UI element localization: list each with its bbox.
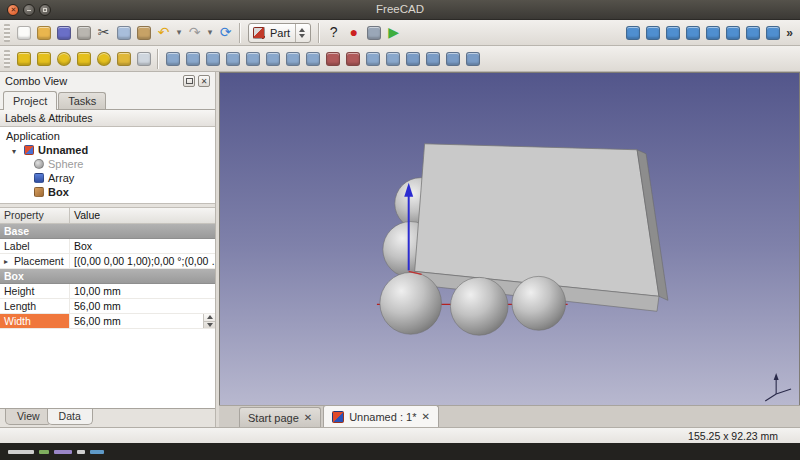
value-column-header[interactable]: Value	[70, 208, 215, 223]
save-icon[interactable]	[55, 24, 72, 41]
redo-history-icon[interactable]: ▾	[206, 24, 214, 41]
workbench-selector-arrows-icon[interactable]	[295, 24, 308, 42]
record-macro-icon[interactable]: ●	[345, 24, 362, 41]
fillet-icon[interactable]	[224, 50, 241, 67]
copy-icon[interactable]	[115, 24, 132, 41]
property-value[interactable]: 56,00 mm	[70, 299, 215, 313]
sphere-primitive-icon[interactable]	[55, 50, 72, 67]
execute-macro-icon[interactable]: ▶	[385, 24, 402, 41]
tab-unnamed-document[interactable]: Unnamed : 1* ✕	[323, 405, 439, 427]
tree-item-unnamed[interactable]: Unnamed	[0, 143, 215, 157]
sweep-icon[interactable]	[304, 50, 321, 67]
tree-item-box[interactable]: Box	[0, 185, 215, 199]
combo-view-panel: Combo View Project Tasks Labels & Attrib…	[0, 72, 216, 427]
window-minimize-button[interactable]	[23, 4, 35, 16]
workbench-selector[interactable]: Part	[248, 23, 311, 43]
intersection-icon[interactable]	[464, 50, 481, 67]
property-row-width[interactable]: Width 56,00 mm	[0, 314, 215, 329]
bottom-view-icon[interactable]	[744, 24, 761, 41]
thickness-icon[interactable]	[384, 50, 401, 67]
create-primitives-icon[interactable]	[115, 50, 132, 67]
3d-viewport[interactable]	[219, 72, 800, 405]
shape-builder-icon[interactable]	[135, 50, 152, 67]
open-document-icon[interactable]	[35, 24, 52, 41]
whats-this-icon[interactable]: ?	[325, 24, 342, 41]
property-row-height[interactable]: Height 10,00 mm	[0, 284, 215, 299]
macros-dialog-icon[interactable]	[365, 24, 382, 41]
spinner-down-icon[interactable]	[204, 322, 215, 329]
union-icon[interactable]	[444, 50, 461, 67]
refresh-icon[interactable]: ⟳	[217, 24, 234, 41]
property-row-label[interactable]: Label Box	[0, 239, 215, 254]
tab-project[interactable]: Project	[3, 91, 57, 110]
chamfer-icon[interactable]	[244, 50, 261, 67]
tree-column-header[interactable]: Labels & Attributes	[0, 110, 215, 127]
boolean-icon[interactable]	[404, 50, 421, 67]
loft-icon[interactable]	[284, 50, 301, 67]
right-view-icon[interactable]	[704, 24, 721, 41]
tab-tasks[interactable]: Tasks	[58, 92, 106, 109]
left-view-icon[interactable]	[764, 24, 781, 41]
section-icon[interactable]	[324, 50, 341, 67]
revolve-icon[interactable]	[184, 50, 201, 67]
fit-all-icon[interactable]	[624, 24, 641, 41]
ruled-surface-icon[interactable]	[264, 50, 281, 67]
isometric-view-icon[interactable]	[644, 24, 661, 41]
width-spinner[interactable]	[203, 314, 215, 328]
spinner-up-icon[interactable]	[204, 314, 215, 322]
property-row-length[interactable]: Length 56,00 mm	[0, 299, 215, 314]
freecad-window: FreeCAD ✂↶▾↷▾⟳ Part ?●▶ » Combo View	[0, 0, 800, 460]
tab-label: Start page	[248, 412, 299, 424]
panel-float-icon[interactable]	[183, 75, 195, 87]
property-group-box[interactable]: Box	[0, 269, 215, 284]
new-document-icon[interactable]	[15, 24, 32, 41]
front-view-icon[interactable]	[664, 24, 681, 41]
mirror-icon[interactable]	[204, 50, 221, 67]
print-icon[interactable]	[75, 24, 92, 41]
box-primitive-icon[interactable]	[15, 50, 32, 67]
close-tab-icon[interactable]: ✕	[304, 412, 312, 423]
tree-item-sphere[interactable]: Sphere	[0, 157, 215, 171]
property-row-placement[interactable]: Placement [(0,00 0,00 1,00);0,00 °;(0,00…	[0, 254, 215, 269]
placement-expand-icon[interactable]	[4, 254, 12, 268]
property-group-base[interactable]: Base	[0, 224, 215, 239]
property-name: Length	[0, 299, 70, 313]
cut-icon[interactable]: ✂	[95, 24, 112, 41]
torus-primitive-icon[interactable]	[95, 50, 112, 67]
toolbar-separator	[239, 23, 241, 43]
cone-primitive-icon[interactable]	[75, 50, 92, 67]
macro-icon-group: ?●▶	[325, 24, 402, 41]
offset-icon[interactable]	[364, 50, 381, 67]
property-value[interactable]: [(0,00 0,00 1,00);0,00 °;(0,00 …	[70, 254, 215, 268]
width-value[interactable]: 56,00 mm	[74, 315, 121, 327]
window-close-button[interactable]	[7, 4, 19, 16]
cylinder-primitive-icon[interactable]	[35, 50, 52, 67]
sphere-array-front[interactable]	[380, 272, 566, 335]
undo-icon[interactable]: ↶	[155, 24, 172, 41]
toolbar-grip[interactable]	[4, 50, 10, 68]
cross-sections-icon[interactable]	[344, 50, 361, 67]
toolbar-overflow-button[interactable]: »	[783, 26, 796, 40]
tab-view[interactable]: View	[5, 409, 52, 425]
tree-item-array[interactable]: Array	[0, 171, 215, 185]
tree-item-application[interactable]: Application	[0, 129, 215, 143]
close-tab-icon[interactable]: ✕	[421, 411, 429, 422]
tab-start-page[interactable]: Start page ✕	[239, 407, 321, 427]
window-maximize-button[interactable]	[39, 4, 51, 16]
cut-boolean-icon[interactable]	[424, 50, 441, 67]
paste-icon[interactable]	[135, 24, 152, 41]
property-value[interactable]: Box	[70, 239, 215, 253]
titlebar[interactable]: FreeCAD	[0, 0, 800, 20]
extrude-icon[interactable]	[164, 50, 181, 67]
expand-arrow-icon[interactable]	[12, 144, 20, 156]
property-column-header[interactable]: Property	[0, 208, 70, 223]
undo-history-icon[interactable]: ▾	[175, 24, 183, 41]
tab-data[interactable]: Data	[47, 409, 93, 425]
rear-view-icon[interactable]	[724, 24, 741, 41]
redo-icon[interactable]: ↷	[186, 24, 203, 41]
top-view-icon[interactable]	[684, 24, 701, 41]
property-value[interactable]: 10,00 mm	[70, 284, 215, 298]
panel-close-icon[interactable]	[198, 75, 210, 87]
panel-title-bar[interactable]: Combo View	[0, 72, 215, 90]
toolbar-grip[interactable]	[4, 24, 10, 42]
